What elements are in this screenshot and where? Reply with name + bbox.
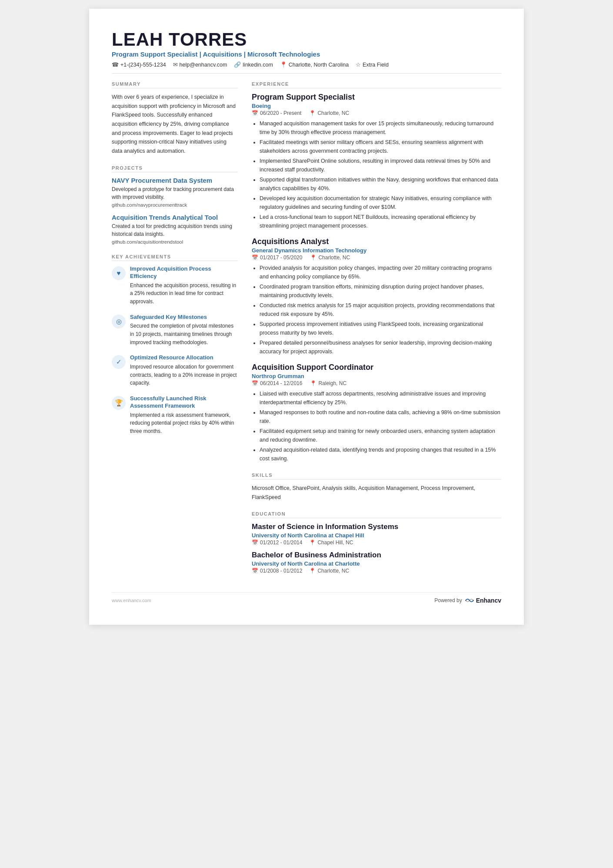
job-company: Boeing [252,103,501,109]
achievements-label: KEY ACHIEVEMENTS [112,254,238,261]
resume-page: LEAH TORRES Program Support Specialist |… [89,9,524,625]
achievement-desc: Secured the completion of pivotal milest… [130,322,238,346]
summary-text: With over 6 years of experience, I speci… [112,93,238,155]
edu-meta: 📅 01/2008 - 01/2012 📍 Charlotte, NC [252,568,501,574]
edu-date: 📅 01/2008 - 01/2012 [252,568,302,574]
project-desc: Developed a prototype for tracking procu… [112,185,238,201]
achievement-icon: ✓ [112,355,126,369]
contact-linkedin: 🔗 linkedin.com [234,61,273,68]
bullet-item: Implemented SharePoint Online solutions,… [260,157,501,174]
calendar-icon: 📅 [252,110,258,116]
location-pin-icon: 📍 [309,568,316,574]
phone-icon: ☎ [112,61,119,68]
achievement-desc: Enhanced the acquisition process, result… [130,282,238,306]
achievement-icon: 🏆 [112,396,126,410]
job-bullets: Provided analysis for acquisition policy… [252,264,501,356]
calendar-icon: 📅 [252,255,258,261]
project-item: NAVY Procurement Data System Developed a… [112,177,238,208]
calendar-icon: 📅 [252,380,258,386]
achievement-content: Improved Acquisition Process Efficiency … [130,265,238,306]
location-icon: 📍 [280,61,287,68]
contact-extra: ☆ Extra Field [356,61,389,68]
location-pin-icon: 📍 [310,380,316,386]
project-link: github.com/navyprocurementtrack [112,202,238,208]
calendar-icon: 📅 [252,568,258,574]
powered-by-text: Powered by [434,597,462,603]
achievement-icon: ♥ [112,266,126,280]
job-location: 📍 Charlotte, NC [309,110,349,116]
bullet-item: Managed acquisition management tasks for… [260,119,501,137]
logo-icon [465,597,474,603]
header: LEAH TORRES Program Support Specialist |… [112,30,501,74]
project-item: Acquisition Trends Analytical Tool Creat… [112,214,238,245]
edu-location: 📍 Chapel Hill, NC [309,540,353,546]
achievement-item: ♥ Improved Acquisition Process Efficienc… [112,265,238,306]
project-desc: Created a tool for predicting acquisitio… [112,222,238,238]
project-title: Acquisition Trends Analytical Tool [112,214,238,221]
skills-label: SKILLS [252,473,501,479]
contact-row: ☎ +1-(234)-555-1234 ✉ help@enhancv.com 🔗… [112,61,501,74]
education-list: Master of Science in Information Systems… [252,523,501,574]
job-meta: 📅 06/2020 - Present 📍 Charlotte, NC [252,110,501,116]
right-column: EXPERIENCE Program Support Specialist Bo… [252,81,501,579]
job-company: Northrop Grumman [252,373,501,379]
job-location: 📍 Raleigh, NC [310,380,346,386]
email-icon: ✉ [173,61,178,68]
footer-website: www.enhancv.com [112,598,151,603]
job-title: Program Support Specialist [252,93,501,102]
edu-date: 📅 01/2012 - 01/2014 [252,540,302,546]
bullet-item: Conducted risk metrics analysis for 15 m… [260,301,501,318]
bullet-item: Facilitated equipment setup and training… [260,427,501,444]
edu-school: University of North Carolina at Chapel H… [252,532,501,539]
experience-label: EXPERIENCE [252,81,501,88]
experience-list: Program Support Specialist Boeing 📅 06/2… [252,93,501,463]
main-layout: SUMMARY With over 6 years of experience,… [112,81,501,579]
job-title: Acquisitions Analyst [252,237,501,246]
bullet-item: Analyzed acquisition-related data, ident… [260,446,501,463]
candidate-title: Program Support Specialist | Acquisition… [112,50,501,58]
footer-branding: Powered by Enhancv [434,597,501,604]
bullet-item: Provided analysis for acquisition policy… [260,264,501,281]
job-title: Acquisition Support Coordinator [252,363,501,372]
linkedin-icon: 🔗 [234,61,241,68]
left-column: SUMMARY With over 6 years of experience,… [112,81,238,579]
achievement-title: Successfully Launched Risk Assessment Fr… [130,395,238,410]
job-meta: 📅 01/2017 - 05/2020 📍 Charlotte, NC [252,255,501,261]
edu-meta: 📅 01/2012 - 01/2014 📍 Chapel Hill, NC [252,540,501,546]
experience-item: Acquisitions Analyst General Dynamics In… [252,237,501,356]
education-item: Bachelor of Business Administration Univ… [252,551,501,574]
achievement-content: Successfully Launched Risk Assessment Fr… [130,395,238,436]
achievement-item: ✓ Optimized Resource Allocation Improved… [112,354,238,387]
edu-school: University of North Carolina at Charlott… [252,560,501,567]
achievements-list: ♥ Improved Acquisition Process Efficienc… [112,265,238,435]
bullet-item: Developed key acquisition documentation … [260,194,501,211]
projects-label: PROJECTS [112,165,238,172]
calendar-icon: 📅 [252,540,258,546]
project-title: NAVY Procurement Data System [112,177,238,184]
edu-degree: Master of Science in Information Systems [252,523,501,531]
education-label: EDUCATION [252,511,501,518]
edu-location: 📍 Charlotte, NC [309,568,349,574]
bullet-item: Supported digital transformation initiat… [260,175,501,193]
achievement-title: Improved Acquisition Process Efficiency [130,265,238,280]
education-item: Master of Science in Information Systems… [252,523,501,546]
achievement-title: Optimized Resource Allocation [130,354,238,362]
job-bullets: Liaised with executive staff across depa… [252,389,501,463]
bullet-item: Liaised with executive staff across depa… [260,389,501,407]
bullet-item: Coordinated program transition efforts, … [260,282,501,300]
skills-text: Microsoft Office, SharePoint, Analysis s… [252,484,501,502]
project-link: github.com/acquisitiontrendstool [112,239,238,245]
job-bullets: Managed acquisition management tasks for… [252,119,501,230]
job-location: 📍 Charlotte, NC [310,255,350,261]
job-date: 📅 06/2014 - 12/2016 [252,380,302,386]
achievement-content: Safeguarded Key Milestones Secured the c… [130,314,238,347]
bullet-item: Supported process improvement initiative… [260,320,501,337]
contact-email: ✉ help@enhancv.com [173,61,227,68]
contact-location: 📍 Charlotte, North Carolina [280,61,349,68]
projects-list: NAVY Procurement Data System Developed a… [112,177,238,245]
star-icon: ☆ [356,61,361,68]
achievement-content: Optimized Resource Allocation Improved r… [130,354,238,387]
location-pin-icon: 📍 [309,110,316,116]
bullet-item: Facilitated meetings with senior militar… [260,138,501,155]
job-date: 📅 01/2017 - 05/2020 [252,255,302,261]
